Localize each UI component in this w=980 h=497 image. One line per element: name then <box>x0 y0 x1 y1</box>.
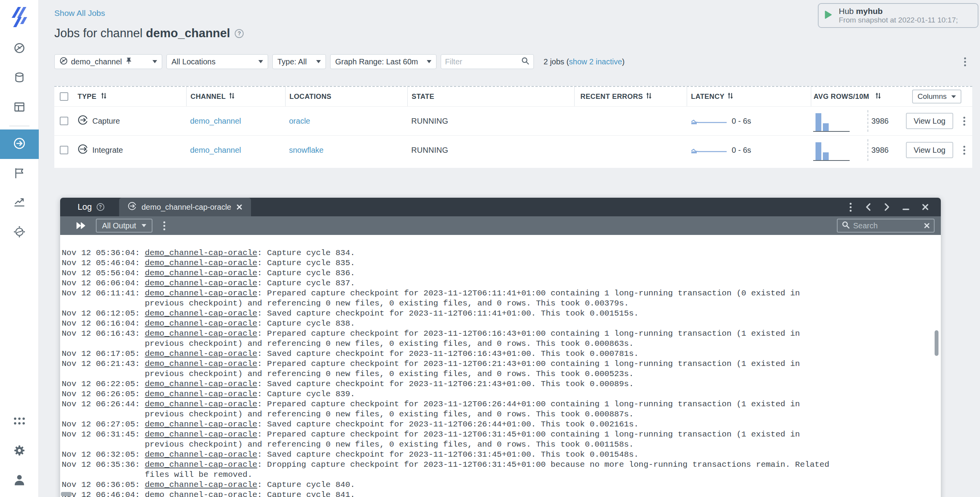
location-link[interactable]: snowflake <box>289 146 324 154</box>
sidebar-item-jobs[interactable] <box>0 129 39 159</box>
log-source-link[interactable]: demo_channel-cap-oracle <box>145 420 257 429</box>
log-source-link[interactable]: demo_channel-cap-oracle <box>145 319 257 328</box>
sidebar-item-tables[interactable] <box>0 93 39 123</box>
locations-filter-value: All Locations <box>171 57 215 66</box>
tab-close-icon[interactable] <box>236 204 242 210</box>
graph-range-dropdown[interactable]: Graph Range: Last 60m <box>330 54 436 69</box>
log-source-link[interactable]: demo_channel-cap-oracle <box>145 309 257 318</box>
view-log-button[interactable]: View Log <box>906 142 953 158</box>
log-line: Nov 12 06:35:36: demo_channel-cap-oracle… <box>62 460 844 480</box>
sort-icon[interactable] <box>646 93 652 101</box>
sort-icon[interactable] <box>101 93 107 101</box>
row-checkbox[interactable] <box>60 146 68 154</box>
sidebar-item-metrics[interactable] <box>0 188 39 218</box>
channel-icon <box>14 42 25 55</box>
log-source-link[interactable]: demo_channel-cap-oracle <box>145 480 257 489</box>
log-source-link[interactable]: demo_channel-cap-oracle <box>145 248 257 257</box>
chevron-down-icon <box>152 60 157 63</box>
output-filter-dropdown[interactable]: All Output <box>96 219 152 233</box>
log-source-link[interactable]: demo_channel-cap-oracle <box>145 329 257 338</box>
apps-menu-button[interactable] <box>0 407 39 437</box>
log-line: Nov 12 06:17:05: demo_channel-cap-oracle… <box>62 349 844 359</box>
sort-icon[interactable] <box>875 93 881 101</box>
log-source-link[interactable]: demo_channel-cap-oracle <box>145 390 257 399</box>
avg-rows-value: 3986 <box>871 117 889 126</box>
vertical-scrollbar-thumb[interactable] <box>935 330 938 356</box>
log-timestamp: Nov 12 06:36:05 <box>62 480 135 489</box>
show-all-jobs-link[interactable]: Show All Jobs <box>54 9 105 18</box>
rows-bar-chart <box>813 111 850 132</box>
channel-link[interactable]: demo_channel <box>190 146 241 154</box>
type-filter-dropdown[interactable]: Type: All <box>272 54 326 69</box>
log-source-link[interactable]: demo_channel-cap-oracle <box>145 349 257 358</box>
log-source-link[interactable]: demo_channel-cap-oracle <box>145 400 257 409</box>
channel-filter-dropdown[interactable]: demo_channel <box>54 54 162 69</box>
log-timestamp: Nov 12 05:46:04 <box>62 259 135 267</box>
log-source-link[interactable]: demo_channel-cap-oracle <box>145 359 257 368</box>
log-line: Nov 12 05:36:04: demo_channel-cap-oracle… <box>62 248 844 258</box>
hub-status-badge[interactable]: Hub myhub From snapshot at 2022-01-11 10… <box>818 3 978 28</box>
title-channel: demo_channel <box>146 26 230 40</box>
select-all-checkbox[interactable] <box>60 92 68 101</box>
log-source-link[interactable]: demo_channel-cap-oracle <box>145 380 257 388</box>
sidebar-item-network[interactable] <box>0 218 39 247</box>
log-source-link[interactable]: demo_channel-cap-oracle <box>145 279 257 288</box>
minimize-icon[interactable] <box>902 203 910 211</box>
prev-tab-icon[interactable] <box>865 203 872 211</box>
log-source-link[interactable]: demo_channel-cap-oracle <box>145 490 257 497</box>
sidebar-item-channels[interactable] <box>0 34 39 64</box>
show-inactive-link[interactable]: show 2 inactive <box>569 57 622 66</box>
log-line: Nov 12 06:16:43: demo_channel-cap-oracle… <box>62 329 844 349</box>
help-icon[interactable]: ? <box>97 203 104 211</box>
close-icon[interactable] <box>921 203 929 211</box>
row-kebab-menu[interactable] <box>962 144 967 156</box>
log-source-link[interactable]: demo_channel-cap-oracle <box>145 430 257 439</box>
page-title: Jobs for channel demo_channel ? <box>54 26 244 40</box>
log-panel-header: Log ? demo_channel-cap-oracle <box>60 198 941 216</box>
filter-input[interactable] <box>445 57 521 66</box>
view-log-button[interactable]: View Log <box>906 113 953 129</box>
sidebar-item-flags[interactable] <box>0 159 39 188</box>
settings-button[interactable] <box>0 437 39 466</box>
log-source-link[interactable]: demo_channel-cap-oracle <box>145 460 257 469</box>
log-tab-label: demo_channel-cap-oracle <box>142 203 231 212</box>
channel-filter-value: demo_channel <box>71 57 122 66</box>
next-tab-icon[interactable] <box>883 203 890 211</box>
log-source-link[interactable]: demo_channel-cap-oracle <box>145 259 257 267</box>
location-link[interactable]: oracle <box>289 117 310 125</box>
database-icon <box>14 72 25 85</box>
sort-icon[interactable] <box>229 93 235 101</box>
account-button[interactable] <box>0 466 39 495</box>
chevron-down-icon <box>258 60 263 63</box>
sidebar-nav <box>0 34 39 247</box>
log-toolbar: All Output <box>60 216 941 235</box>
hub-label: Hub <box>839 7 856 16</box>
log-toolbar-kebab-menu[interactable] <box>162 220 167 232</box>
sidebar-item-databases[interactable] <box>0 64 39 93</box>
horizontal-scrollbar-thumb[interactable] <box>61 492 72 496</box>
log-source-link[interactable]: demo_channel-cap-oracle <box>145 450 257 459</box>
log-timestamp: Nov 12 05:36:04 <box>62 248 135 257</box>
log-tab[interactable]: demo_channel-cap-oracle <box>119 198 251 216</box>
log-source-link[interactable]: demo_channel-cap-oracle <box>145 269 257 278</box>
row-checkbox[interactable] <box>60 117 68 125</box>
log-source-link[interactable]: demo_channel-cap-oracle <box>145 289 257 298</box>
filter-bar-kebab-menu[interactable] <box>963 56 968 68</box>
columns-button[interactable]: Columns <box>912 90 961 104</box>
clear-search-icon[interactable] <box>924 223 930 229</box>
log-panel-kebab-menu[interactable] <box>848 201 853 213</box>
fast-forward-icon[interactable] <box>76 221 87 230</box>
log-line: Nov 12 06:31:45: demo_channel-cap-oracle… <box>62 430 844 450</box>
row-kebab-menu[interactable] <box>962 115 967 127</box>
graph-range-value: Graph Range: Last 60m <box>335 57 418 66</box>
app-logo[interactable] <box>9 6 29 29</box>
table-header-row: TYPE CHANNEL LOCATIONS STATE RECENT ERRO… <box>54 87 972 106</box>
hub-text: Hub myhub From snapshot at 2022-01-11 10… <box>839 6 958 25</box>
log-panel-controls <box>848 201 941 213</box>
sort-icon[interactable] <box>727 93 733 101</box>
log-search-input[interactable] <box>853 221 921 230</box>
locations-filter-dropdown[interactable]: All Locations <box>166 54 268 69</box>
log-message: Capture cycle 835. <box>267 259 355 267</box>
channel-link[interactable]: demo_channel <box>190 117 241 125</box>
help-icon[interactable]: ? <box>235 29 244 38</box>
